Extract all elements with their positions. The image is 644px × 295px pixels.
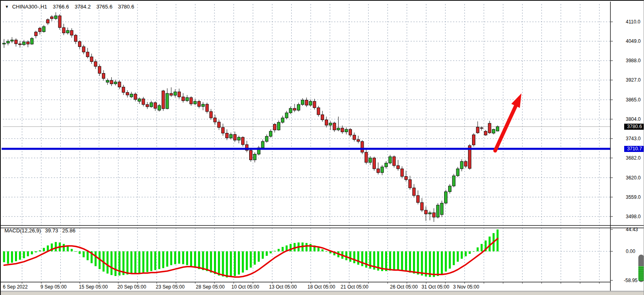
time-axis-label: 20 Sep 05:00 [117, 284, 146, 290]
time-axis-label: 23 Sep 05:00 [156, 284, 184, 290]
macd-name: MACD(12,26,9) [4, 228, 41, 234]
macd-signal-value: 25.86 [62, 228, 76, 234]
ohlc-high: 3784.2 [74, 4, 91, 10]
time-axis-label: 31 Oct 05:00 [422, 284, 449, 290]
price-axis-tick: 3865.0 [626, 97, 641, 103]
macd-indicator-label: MACD(12,26,9) 39.73 25.86 [4, 228, 75, 234]
chart-header: ▼ CHINA300-,H1 3766.6 3784.2 3765.6 3780… [5, 4, 134, 10]
macd-axis-tick: 0.00 [626, 249, 635, 254]
price-axis-tick: 3682.0 [626, 155, 641, 161]
time-axis-label: 18 Oct 05:00 [307, 284, 335, 290]
symbol-label: CHINA300-,H1 [12, 4, 47, 10]
time-axis-label: 10 Oct 05:00 [231, 284, 259, 290]
macd-axis-tick: 44.43 [626, 227, 638, 232]
price-axis-tick: 3559.0 [626, 194, 641, 200]
price-axis-tick: 3743.0 [626, 136, 641, 141]
ohlc-close: 3780.6 [118, 4, 134, 10]
window-bottom-strip [1, 291, 644, 295]
price-axis-tick: 3620.0 [626, 175, 641, 181]
time-axis-label: 21 Oct 05:00 [341, 284, 369, 290]
time-axis-label: 9 Sep 05:00 [40, 284, 67, 290]
price-axis-tick: 3988.0 [626, 58, 641, 63]
ohlc-low: 3765.6 [96, 4, 112, 10]
indicator-scrollbar-thumb[interactable] [638, 255, 644, 282]
price-axis-tick: 4110.0 [626, 19, 640, 25]
time-axis-label: 13 Oct 05:00 [269, 284, 297, 290]
support-line-price-tag[interactable]: 3710.7 [624, 146, 644, 152]
price-axis-tick: 3498.0 [626, 214, 641, 219]
time-axis-label: 28 Sep 05:00 [196, 284, 225, 290]
scrollbar-stripes-icon [638, 266, 644, 281]
current-price-tag: 3780.6 [624, 124, 644, 130]
time-axis-label: 3 Nov 05:00 [453, 284, 479, 290]
ohlc-open: 3766.6 [53, 4, 69, 10]
price-axis-tick: 4049.0 [626, 38, 641, 44]
macd-main-value: 39.73 [45, 228, 58, 234]
macd-axis-tick: -58.95 [624, 278, 638, 283]
price-axis-tick: 3804.0 [626, 116, 641, 122]
time-axis-label: 26 Oct 05:00 [390, 284, 418, 290]
time-axis-label: 6 Sep 2022 [3, 284, 28, 290]
chart-window: ▼ CHINA300-,H1 3766.6 3784.2 3765.6 3780… [0, 0, 644, 295]
price-axis-tick: 3927.0 [626, 77, 641, 83]
symbol-dropdown-icon[interactable]: ▼ [5, 5, 9, 9]
time-axis-label: 15 Sep 05:00 [79, 284, 108, 290]
candlestick-chart-canvas[interactable] [1, 1, 644, 295]
